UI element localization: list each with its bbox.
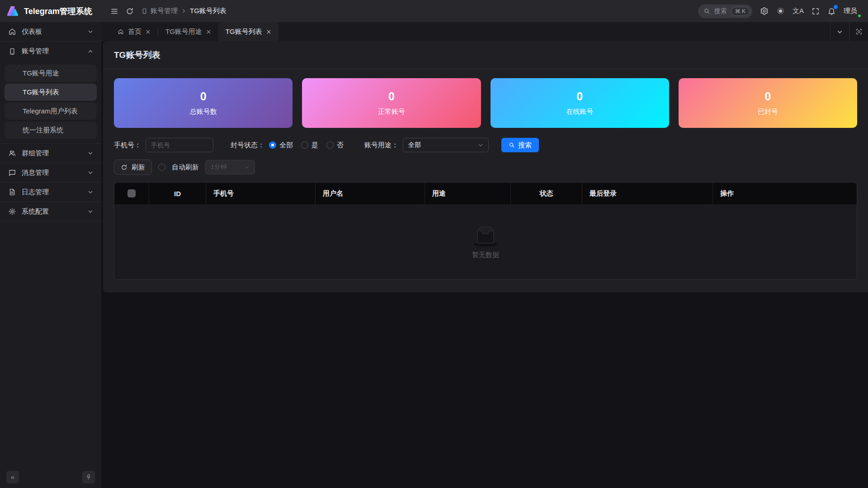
mobile-icon bbox=[8, 47, 16, 56]
interval-select[interactable]: 1分钟 bbox=[205, 160, 255, 174]
col-status: 状态 bbox=[511, 183, 582, 204]
chevron-down-icon bbox=[88, 170, 93, 175]
mobile-icon bbox=[141, 8, 148, 14]
stat-card-banned[interactable]: 0 已封号 bbox=[679, 78, 857, 128]
tab-home[interactable]: 首页 bbox=[110, 22, 158, 41]
col-last-login: 最后登录 bbox=[582, 183, 713, 204]
user-menu[interactable]: 理员 bbox=[844, 7, 859, 15]
ban-radio-all[interactable]: 全部 bbox=[269, 141, 293, 150]
purpose-label: 账号用途： bbox=[364, 141, 398, 150]
settings-gear-icon[interactable] bbox=[760, 7, 769, 15]
tab-bar: 首页 TG账号用途 TG账号列表 bbox=[101, 22, 868, 41]
refresh-button[interactable]: 刷新 bbox=[114, 160, 152, 175]
sidebar-item-groups[interactable]: 群组管理 bbox=[0, 144, 101, 163]
select-all-cell bbox=[114, 183, 149, 204]
col-actions: 操作 bbox=[713, 183, 857, 204]
users-icon bbox=[8, 149, 16, 157]
sub-item-label: Telegram用户列表 bbox=[23, 107, 78, 116]
tab-list-dropdown-button[interactable] bbox=[830, 22, 849, 41]
phone-input[interactable] bbox=[146, 138, 213, 152]
stat-card-online[interactable]: 0 在线账号 bbox=[491, 78, 669, 128]
auto-refresh-checkbox[interactable] bbox=[158, 164, 165, 171]
sidebar-collapse-button[interactable]: « bbox=[6, 471, 19, 483]
radio-icon bbox=[301, 141, 308, 149]
chevron-down-icon bbox=[478, 142, 483, 148]
sidebar-pin-button[interactable] bbox=[82, 471, 95, 483]
sidebar-item-label: 消息管理 bbox=[22, 169, 82, 177]
app-logo-icon bbox=[6, 5, 19, 18]
select-all-checkbox[interactable] bbox=[127, 189, 136, 197]
header-actions: 搜索 ⌘ K 文A 理员 bbox=[698, 5, 859, 18]
sidebar-item-label: 群组管理 bbox=[22, 149, 82, 158]
accounts-table: ID 手机号 用户名 用途 状态 最后登录 操作 暂无数据 bbox=[114, 182, 857, 280]
close-icon[interactable] bbox=[266, 29, 271, 34]
content-panel: TG账号列表 0 总账号数 0 正常账号 0 在线账号 0 已封号 手机号： 封… bbox=[103, 41, 868, 292]
home-icon bbox=[8, 28, 16, 36]
sidebar-item-unified-register[interactable]: 统一注册系统 bbox=[5, 122, 97, 139]
notifications-bell-icon[interactable] bbox=[827, 7, 836, 15]
chevron-down-icon bbox=[244, 164, 250, 170]
global-search[interactable]: 搜索 ⌘ K bbox=[698, 5, 752, 18]
chevron-down-icon bbox=[88, 209, 93, 214]
stat-label: 总账号数 bbox=[190, 108, 217, 116]
chevron-up-icon bbox=[88, 49, 93, 54]
stat-value: 0 bbox=[388, 90, 395, 103]
sidebar-item-label: 日志管理 bbox=[22, 188, 82, 197]
search-button[interactable]: 搜索 bbox=[501, 138, 539, 152]
auto-refresh-label: 自动刷新 bbox=[172, 163, 199, 172]
purpose-select-value: 全部 bbox=[408, 141, 421, 149]
table-empty-state: 暂无数据 bbox=[114, 204, 857, 279]
tab-label: TG账号列表 bbox=[226, 28, 262, 36]
chat-icon bbox=[8, 169, 16, 177]
pin-icon bbox=[85, 474, 92, 480]
fullscreen-icon[interactable] bbox=[811, 7, 820, 15]
translate-icon[interactable]: 文A bbox=[793, 7, 804, 15]
sidebar-item-settings[interactable]: 系统配置 bbox=[0, 202, 101, 221]
sidebar-nav: 仪表板 账号管理 TG账号用途 TG账号列表 T bbox=[0, 22, 101, 466]
tab-tg-account-purpose[interactable]: TG账号用途 bbox=[158, 22, 218, 41]
sidebar-item-dashboard[interactable]: 仪表板 bbox=[0, 22, 101, 42]
search-shortcut-badge: ⌘ K bbox=[731, 7, 750, 16]
app-logo-row[interactable]: Telegram管理系统 bbox=[0, 0, 101, 22]
sidebar-item-messages[interactable]: 消息管理 bbox=[0, 163, 101, 183]
sidebar-item-label: 账号管理 bbox=[22, 47, 82, 56]
phone-label: 手机号： bbox=[114, 141, 141, 150]
col-username: 用户名 bbox=[316, 183, 425, 204]
sidebar-item-tg-account-purpose[interactable]: TG账号用途 bbox=[5, 65, 97, 82]
radio-checked-icon bbox=[269, 141, 276, 149]
sidebar-item-logs[interactable]: 日志管理 bbox=[0, 183, 101, 202]
tab-tg-account-list[interactable]: TG账号列表 bbox=[218, 22, 278, 41]
close-icon[interactable] bbox=[206, 29, 211, 34]
col-phone: 手机号 bbox=[206, 183, 316, 204]
chevron-right-icon bbox=[181, 9, 186, 14]
stat-value: 0 bbox=[576, 90, 583, 103]
sidebar-item-label: 系统配置 bbox=[22, 207, 82, 216]
sidebar-item-telegram-user-list[interactable]: Telegram用户列表 bbox=[5, 103, 97, 120]
sub-item-label: 统一注册系统 bbox=[23, 126, 63, 135]
stat-card-total[interactable]: 0 总账号数 bbox=[114, 78, 292, 128]
close-icon[interactable] bbox=[146, 29, 151, 34]
sidebar-item-tg-account-list[interactable]: TG账号列表 bbox=[5, 84, 97, 101]
purpose-select[interactable]: 全部 bbox=[403, 138, 489, 152]
sidebar-item-accounts[interactable]: 账号管理 bbox=[0, 42, 101, 61]
search-placeholder: 搜索 bbox=[714, 7, 727, 15]
stat-label: 已封号 bbox=[758, 108, 778, 116]
ban-radio-no[interactable]: 否 bbox=[326, 141, 344, 150]
radio-icon bbox=[326, 141, 334, 149]
breadcrumb-section[interactable]: 账号管理 bbox=[141, 7, 178, 15]
breadcrumb: 账号管理 TG账号列表 bbox=[141, 7, 226, 15]
stat-card-normal[interactable]: 0 正常账号 bbox=[302, 78, 481, 128]
refresh-icon bbox=[121, 164, 127, 171]
theme-sun-icon[interactable] bbox=[776, 7, 785, 15]
chevron-down-icon bbox=[88, 29, 93, 34]
chevron-down-icon bbox=[88, 189, 93, 195]
stat-value: 0 bbox=[764, 90, 771, 103]
reload-icon[interactable] bbox=[126, 7, 134, 15]
ban-radio-yes[interactable]: 是 bbox=[301, 141, 318, 150]
stat-label: 在线账号 bbox=[566, 108, 593, 116]
sidebar: Telegram管理系统 仪表板 账号管理 bbox=[0, 0, 101, 488]
content-maximize-button[interactable] bbox=[849, 22, 868, 41]
interval-select-value: 1分钟 bbox=[211, 163, 227, 171]
notification-dot bbox=[834, 5, 838, 9]
menu-toggle-icon[interactable] bbox=[110, 7, 118, 15]
